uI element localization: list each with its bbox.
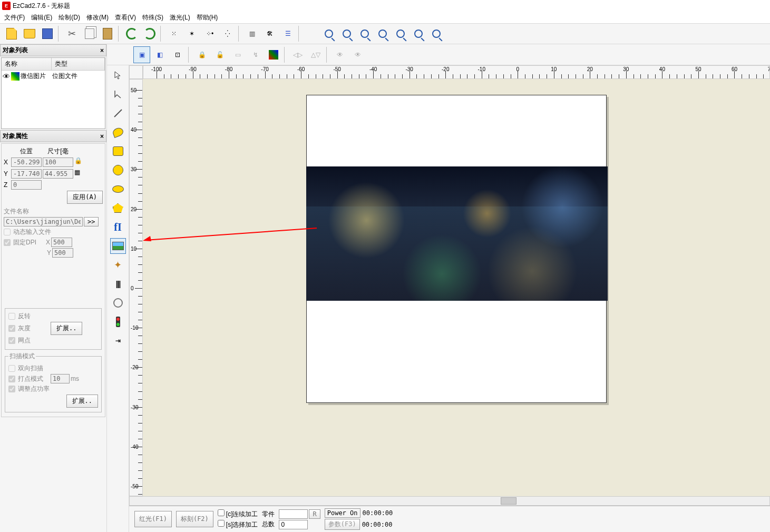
new-button[interactable] — [3, 25, 20, 42]
dotmode-value-input[interactable] — [51, 374, 70, 383]
zoom-page-button[interactable] — [428, 25, 445, 42]
select-tool2-button[interactable]: ◧ — [151, 46, 168, 63]
vector-tool[interactable]: ✦ — [110, 257, 126, 273]
bidir-checkbox[interactable] — [8, 365, 15, 372]
param-button[interactable]: 参数(F3) — [325, 519, 360, 530]
gray-checkbox[interactable] — [8, 325, 15, 332]
menu-view[interactable]: 查看(V) — [115, 13, 136, 22]
cut-button[interactable]: ✂ — [63, 25, 80, 42]
invert-checkbox[interactable] — [8, 313, 15, 320]
curve-tool[interactable] — [110, 124, 126, 140]
io-tool[interactable] — [110, 314, 126, 330]
undo-button[interactable] — [123, 25, 140, 42]
barcode-tool[interactable]: ||||| — [110, 276, 126, 292]
menu-special[interactable]: 特殊(S) — [142, 13, 163, 22]
continuous-checkbox[interactable] — [218, 509, 225, 516]
ellipse-tool[interactable] — [110, 181, 126, 197]
mark-button[interactable]: 标刻(F2) — [176, 511, 213, 527]
mirror-h-button[interactable]: ◁▷ — [289, 46, 306, 63]
dotmode-checkbox[interactable] — [8, 376, 15, 382]
pos-z-input[interactable] — [11, 180, 42, 190]
objlist-close-icon[interactable]: × — [100, 47, 104, 54]
colors-button[interactable] — [265, 46, 282, 63]
total-input[interactable] — [279, 520, 308, 529]
bitmap-tool[interactable] — [110, 238, 126, 254]
apply-button[interactable]: 应用(A) — [67, 191, 103, 204]
menu-edit[interactable]: 编辑(E) — [31, 13, 52, 22]
zoom-plus-button[interactable] — [356, 25, 373, 42]
rect-tool[interactable] — [110, 143, 126, 159]
r-button[interactable]: R — [309, 509, 320, 519]
mirror-v-button[interactable]: △▽ — [307, 46, 324, 63]
zoom-in-button[interactable] — [338, 25, 355, 42]
lock-icon[interactable]: 🔒 — [74, 157, 83, 168]
dpi-x-input[interactable] — [51, 238, 72, 247]
image-expand-button[interactable]: 扩展.. — [51, 322, 82, 335]
open-button[interactable] — [21, 25, 38, 42]
zoom-all-button[interactable] — [392, 25, 409, 42]
pos-x-input[interactable] — [11, 157, 42, 167]
horizontal-scrollbar[interactable] — [129, 496, 770, 506]
dots1-button[interactable]: ⁙ — [165, 25, 182, 42]
grid-icon[interactable]: ▦ — [74, 169, 83, 179]
adjust-power-checkbox[interactable] — [8, 386, 15, 392]
select-tool[interactable] — [110, 67, 126, 83]
unlock-button[interactable]: 🔓 — [211, 46, 228, 63]
bitmap-object[interactable] — [306, 166, 608, 301]
circle-tool[interactable] — [110, 162, 126, 178]
browse-button[interactable]: >> — [84, 217, 99, 226]
menu-laser[interactable]: 激光(L) — [170, 13, 190, 22]
dots3-button[interactable]: ⁘• — [201, 25, 218, 42]
fixed-dpi-checkbox[interactable] — [4, 239, 11, 246]
props-close-icon[interactable]: × — [100, 133, 104, 140]
line-tool[interactable] — [110, 105, 126, 121]
select-all-button[interactable]: ▣ — [133, 46, 150, 63]
menu-help[interactable]: 帮助(H) — [197, 13, 218, 22]
size-h-input[interactable] — [43, 169, 73, 179]
polygon-tool[interactable] — [110, 200, 126, 216]
select-proc-checkbox[interactable] — [218, 520, 225, 527]
paste-button[interactable] — [99, 25, 116, 42]
node-tool[interactable] — [110, 86, 126, 102]
dot-checkbox[interactable] — [8, 337, 15, 344]
timer-tool[interactable] — [110, 295, 126, 311]
show2-button[interactable]: 👁 — [349, 46, 366, 63]
text-tool[interactable]: fI — [110, 219, 126, 235]
col-type[interactable]: 类型 — [52, 58, 105, 70]
canvas-page[interactable] — [306, 95, 607, 403]
zoom-out-button[interactable] — [374, 25, 391, 42]
copy-button[interactable] — [81, 25, 98, 42]
extend-tool[interactable]: ⇥ — [110, 333, 126, 349]
dpi-y-input[interactable] — [52, 248, 73, 258]
menu-draw[interactable]: 绘制(D) — [59, 13, 80, 22]
viewport[interactable] — [143, 79, 770, 496]
dots2-button[interactable]: ✶ — [183, 25, 200, 42]
hatch-button[interactable]: ▥ — [243, 25, 260, 42]
redo-button[interactable] — [141, 25, 158, 42]
scrollbar-thumb[interactable] — [501, 497, 516, 505]
zoom-sel-button[interactable] — [410, 25, 427, 42]
menu-file[interactable]: 文件(F) — [4, 13, 25, 22]
settings-button[interactable]: 🛠 — [261, 25, 278, 42]
dots4-button[interactable]: ⁛ — [219, 25, 236, 42]
objlist-row[interactable]: 👁 微信图片 位图文件 — [2, 71, 105, 82]
red-light-button[interactable]: 红光(F1) — [134, 511, 172, 527]
filepath-input[interactable] — [4, 217, 83, 226]
part-input[interactable] — [279, 509, 308, 519]
list-button[interactable]: ☰ — [279, 25, 296, 42]
visibility-icon[interactable]: 👁 — [3, 72, 11, 81]
zoom-button[interactable] — [320, 25, 337, 42]
pos-y-input[interactable] — [11, 169, 42, 179]
layer-button[interactable]: ▭ — [229, 46, 246, 63]
save-button[interactable] — [39, 25, 56, 42]
select-tool3-button[interactable]: ⊡ — [169, 46, 186, 63]
col-name[interactable]: 名称 — [2, 58, 52, 70]
svg-line-1 — [145, 228, 317, 240]
show1-button[interactable]: 👁 — [332, 46, 348, 63]
lock-button[interactable]: 🔒 — [193, 46, 210, 63]
menu-modify[interactable]: 修改(M) — [86, 13, 109, 22]
size-w-input[interactable] — [43, 157, 73, 167]
dynamic-input-checkbox[interactable] — [4, 229, 11, 235]
scan-expand-button[interactable]: 扩展.. — [66, 395, 98, 408]
axis-button[interactable]: ↯ — [247, 46, 264, 63]
